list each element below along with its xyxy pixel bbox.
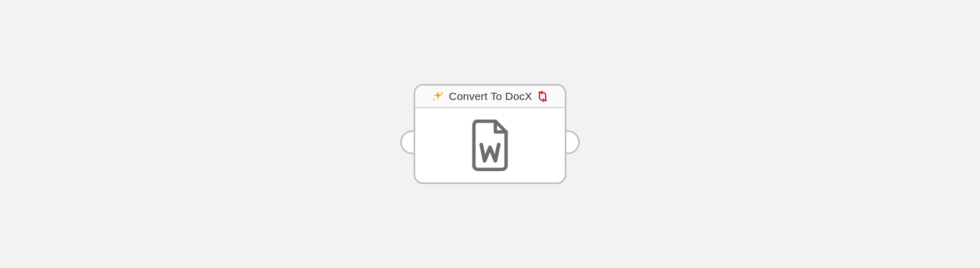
swap-icon <box>536 90 549 103</box>
port-output[interactable] <box>566 130 580 154</box>
docx-file-icon <box>470 119 510 172</box>
canvas: Convert To DocX <box>0 0 980 268</box>
node-body <box>415 108 565 182</box>
node-title: Convert To DocX <box>449 90 532 103</box>
port-input[interactable] <box>400 130 414 154</box>
node-header: Convert To DocX <box>415 86 565 108</box>
node-card: Convert To DocX <box>414 84 566 184</box>
workflow-node[interactable]: Convert To DocX <box>414 84 566 184</box>
sparkle-icon <box>431 90 445 103</box>
